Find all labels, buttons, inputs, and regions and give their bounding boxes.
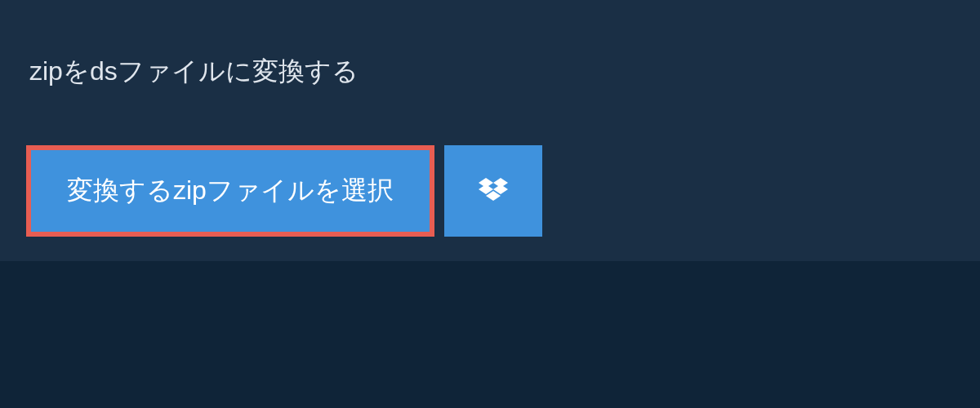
dropbox-button[interactable] <box>444 145 542 237</box>
converter-panel: zipをdsファイルに変換する 変換するzipファイルを選択 <box>0 0 980 261</box>
title-bar: zipをdsファイルに変換する <box>7 39 381 104</box>
dropbox-icon <box>479 178 508 204</box>
select-file-button[interactable]: 変換するzipファイルを選択 <box>26 145 434 237</box>
page-title: zipをdsファイルに変換する <box>29 56 359 86</box>
button-row: 変換するzipファイルを選択 <box>26 145 980 237</box>
select-file-button-label: 変換するzipファイルを選択 <box>67 175 394 205</box>
